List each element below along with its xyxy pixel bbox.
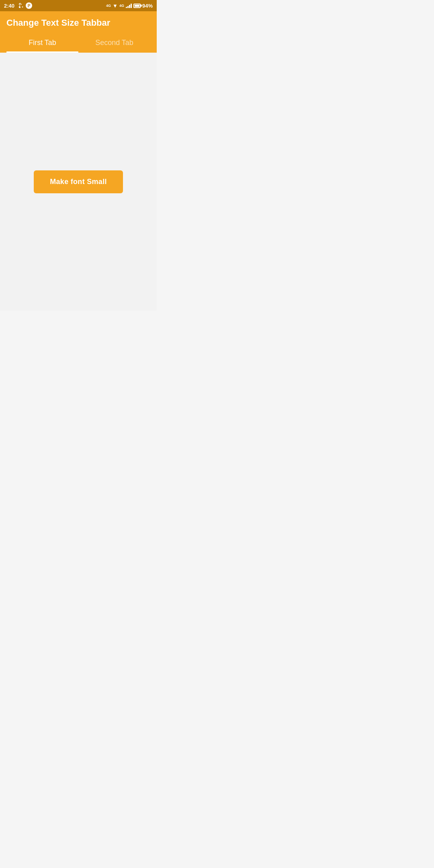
- app-title: Change Text Size Tabbar: [6, 18, 150, 33]
- wifi-icon: ▼: [113, 3, 118, 9]
- battery-icon: [133, 4, 141, 8]
- parking-icon: P: [26, 2, 32, 9]
- tab-second-label: Second Tab: [95, 39, 133, 47]
- battery-percent: 94%: [142, 3, 153, 9]
- tab-second[interactable]: Second Tab: [78, 33, 150, 53]
- content-area: Make font Small: [0, 53, 157, 311]
- volte-icon: 4G: [106, 4, 111, 8]
- tab-first-label: First Tab: [29, 39, 56, 47]
- app-bar: Change Text Size Tabbar First Tab Second…: [0, 11, 157, 53]
- tab-bar: First Tab Second Tab: [6, 33, 150, 53]
- status-bar-right: 4G ▼ 4G 94%: [106, 3, 153, 9]
- tab-first[interactable]: First Tab: [6, 33, 78, 53]
- status-bar-left: 2:40 P: [4, 2, 32, 9]
- status-bar: 2:40 P 4G ▼ 4G 94%: [0, 0, 157, 11]
- signal-text: 4G: [119, 4, 124, 8]
- status-time: 2:40: [4, 3, 14, 9]
- usb-icon: [17, 2, 23, 9]
- signal-bars-icon: [126, 3, 132, 8]
- make-font-button[interactable]: Make font Small: [34, 170, 123, 193]
